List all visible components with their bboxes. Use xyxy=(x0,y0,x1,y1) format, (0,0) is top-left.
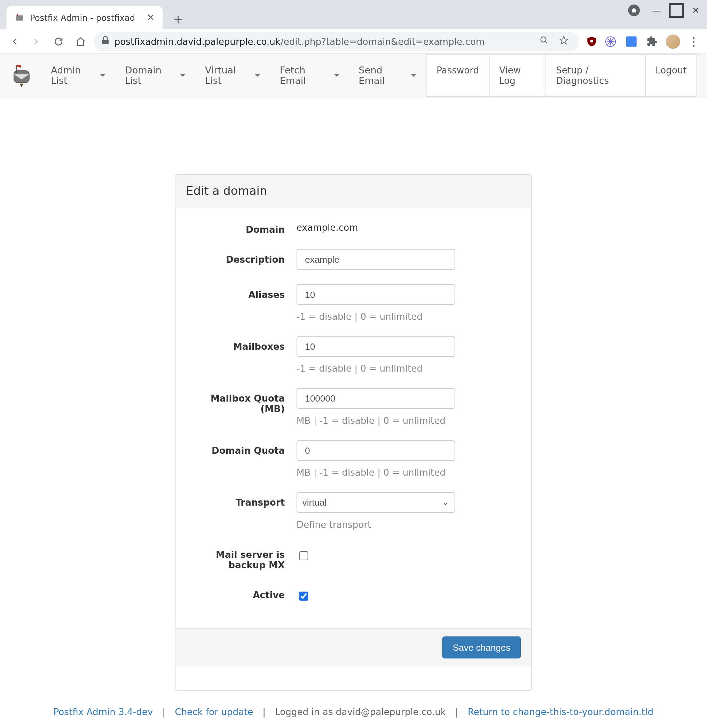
mailboxes-label: Mailboxes xyxy=(186,336,296,374)
nav-virtual-list[interactable]: Virtual List xyxy=(195,58,270,92)
backup-mx-checkbox[interactable] xyxy=(299,551,308,560)
browser-toolbar: postfixadmin.david.palepurple.co.uk/edit… xyxy=(0,29,707,54)
page-footer: Postfix Admin 3.4-dev | Check for update… xyxy=(0,691,707,726)
svg-rect-8 xyxy=(16,65,17,73)
domain-value: example.com xyxy=(296,219,521,233)
domain-quota-label: Domain Quota xyxy=(186,440,296,478)
chevron-down-icon xyxy=(411,74,416,77)
nav-password[interactable]: Password xyxy=(426,54,489,97)
aliases-help: -1 = disable | 0 = unlimited xyxy=(296,312,521,322)
nav-setup-diagnostics[interactable]: Setup / Diagnostics xyxy=(546,54,646,97)
footer-sep: | xyxy=(455,707,458,717)
browser-titlebar: Postfix Admin - postfixad ✕ + — ✕ xyxy=(0,0,707,29)
blue-square-icon[interactable] xyxy=(623,33,639,49)
nav-logout[interactable]: Logout xyxy=(646,54,697,97)
panel-title: Edit a domain xyxy=(175,175,531,207)
footer-logged-in: Logged in as david@palepurple.co.uk xyxy=(275,707,446,717)
svg-rect-2 xyxy=(102,40,108,44)
nav-admin-list[interactable]: Admin List xyxy=(41,58,115,92)
nav-send-email[interactable]: Send Email xyxy=(349,58,426,92)
domain-quota-help: MB | -1 = disable | 0 = unlimited xyxy=(296,467,521,478)
window-close-icon[interactable]: ✕ xyxy=(687,1,705,19)
nav-fetch-email[interactable]: Fetch Email xyxy=(270,58,349,92)
aliases-label: Aliases xyxy=(186,284,296,322)
active-checkbox[interactable] xyxy=(299,592,308,601)
footer-sep: | xyxy=(262,707,266,717)
svg-rect-1 xyxy=(670,4,682,17)
chevron-down-icon xyxy=(100,74,106,77)
aliases-input[interactable] xyxy=(296,284,455,305)
edit-domain-panel: Edit a domain Domain example.com Descrip… xyxy=(175,174,532,691)
brand-mailbox-icon[interactable] xyxy=(10,62,33,89)
browser-tab[interactable]: Postfix Admin - postfixad ✕ xyxy=(7,6,163,29)
description-input[interactable] xyxy=(296,249,455,270)
mailboxes-help: -1 = disable | 0 = unlimited xyxy=(296,363,521,374)
forward-button xyxy=(27,32,45,50)
close-icon[interactable]: ✕ xyxy=(146,13,155,22)
new-tab-button[interactable]: + xyxy=(169,10,187,28)
domain-quota-input[interactable] xyxy=(296,440,455,461)
backup-mx-label: Mail server is backup MX xyxy=(186,544,296,571)
footer-sep: | xyxy=(162,707,165,717)
nav-view-log[interactable]: View Log xyxy=(489,54,546,97)
chevron-down-icon xyxy=(180,74,185,77)
mailboxes-input[interactable] xyxy=(296,336,455,357)
description-label: Description xyxy=(186,249,296,270)
footer-return-link[interactable]: Return to change-this-to-your.domain.tld xyxy=(468,707,654,717)
ublock-icon[interactable] xyxy=(586,36,598,47)
mailbox-icon xyxy=(14,12,25,23)
browser-menu-icon[interactable]: ⋮ xyxy=(686,33,702,49)
chevron-down-icon xyxy=(255,74,260,77)
bookmark-icon[interactable] xyxy=(556,35,572,47)
active-label: Active xyxy=(186,584,296,603)
save-button[interactable]: Save changes xyxy=(442,637,521,659)
mailbox-quota-help: MB | -1 = disable | 0 = unlimited xyxy=(296,416,521,426)
page-navbar: Admin List Domain List Virtual List Fetc… xyxy=(0,54,707,97)
footer-app-link[interactable]: Postfix Admin 3.4-dev xyxy=(53,707,153,717)
footer-check-update-link[interactable]: Check for update xyxy=(175,707,253,717)
maximize-icon[interactable] xyxy=(667,1,685,19)
svg-point-3 xyxy=(541,37,546,42)
address-text: postfixadmin.david.palepurple.co.uk/edit… xyxy=(114,36,484,47)
browser-profile-icon[interactable] xyxy=(628,4,640,16)
transport-help: Define transport xyxy=(296,520,521,530)
avatar-icon[interactable] xyxy=(665,33,681,49)
starburst-icon[interactable] xyxy=(603,33,619,49)
transport-select[interactable]: virtual xyxy=(296,492,455,513)
reload-button[interactable] xyxy=(49,32,68,50)
home-button[interactable] xyxy=(71,32,90,50)
mailbox-quota-input[interactable] xyxy=(296,388,455,409)
mailbox-quota-label: Mailbox Quota (MB) xyxy=(186,388,296,426)
zoom-icon[interactable] xyxy=(536,35,552,47)
nav-domain-list[interactable]: Domain List xyxy=(115,58,195,92)
minimize-icon[interactable]: — xyxy=(648,1,666,19)
back-button[interactable] xyxy=(5,32,23,50)
chevron-down-icon xyxy=(334,74,339,77)
address-bar[interactable]: postfixadmin.david.palepurple.co.uk/edit… xyxy=(94,32,579,51)
domain-label: Domain xyxy=(186,219,296,235)
tab-title: Postfix Admin - postfixad xyxy=(30,13,135,22)
transport-label: Transport xyxy=(186,492,296,530)
extensions-icon[interactable] xyxy=(644,33,660,49)
svg-point-4 xyxy=(590,39,593,42)
lock-icon xyxy=(101,36,109,47)
